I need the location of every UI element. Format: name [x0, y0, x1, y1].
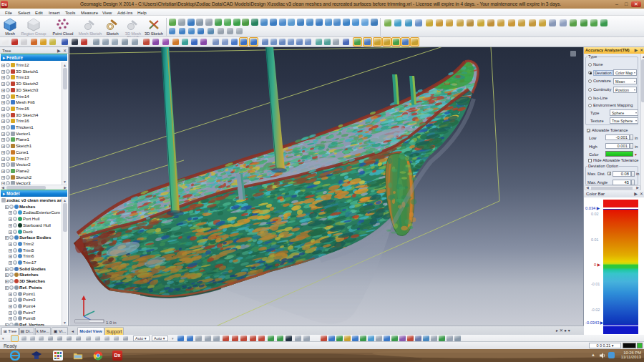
svg-text:1.0 in: 1.0 in — [106, 321, 117, 325]
